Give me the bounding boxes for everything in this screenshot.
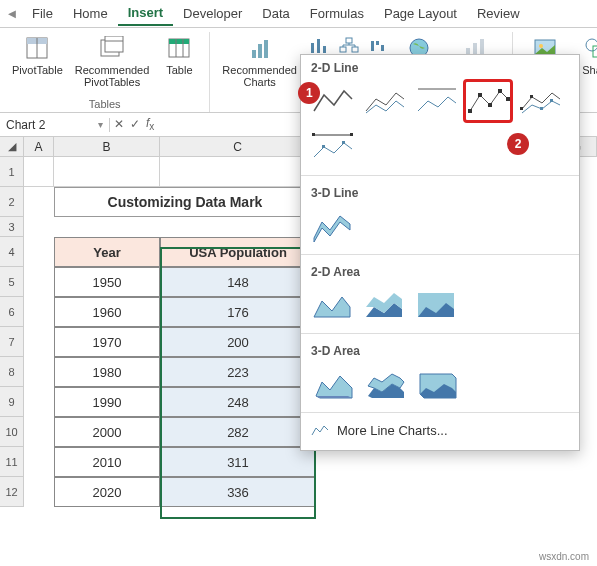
cell-year[interactable]: 2020 — [54, 477, 160, 507]
pivottable-button[interactable]: PivotTable — [6, 32, 69, 78]
svg-rect-17 — [340, 47, 346, 52]
pct-stacked-line-option[interactable] — [411, 79, 461, 123]
cell-pop[interactable]: 282 — [160, 417, 316, 447]
hierarchy-chart-icon[interactable] — [335, 34, 363, 56]
select-all[interactable]: ◢ — [0, 137, 24, 157]
pct-stacked-area-option[interactable] — [411, 283, 461, 327]
rec-charts-icon — [246, 34, 274, 62]
cell-year[interactable]: 1970 — [54, 327, 160, 357]
tab-data[interactable]: Data — [252, 2, 299, 25]
svg-rect-15 — [323, 46, 326, 53]
recommended-pivottables-button[interactable]: Recommended PivotTables — [69, 32, 156, 90]
3d-line-option[interactable] — [307, 204, 357, 248]
svg-rect-4 — [105, 36, 123, 52]
col-A[interactable]: A — [24, 137, 54, 157]
tab-file[interactable]: File — [22, 2, 63, 25]
pct-stacked-line-markers-option[interactable] — [307, 125, 357, 169]
badge-2: 2 — [507, 133, 529, 155]
svg-rect-45 — [468, 109, 472, 113]
svg-rect-11 — [258, 44, 262, 58]
cell-pop[interactable]: 176 — [160, 297, 316, 327]
tables-group-label: Tables — [89, 98, 121, 112]
fx-icon[interactable]: fx — [146, 116, 154, 132]
stacked-line-markers-option[interactable] — [515, 79, 565, 123]
section-2d-line: 2-D Line — [301, 55, 579, 77]
table-button[interactable]: Table — [155, 32, 203, 78]
svg-rect-55 — [350, 133, 353, 136]
svg-rect-48 — [498, 89, 502, 93]
cell-pop[interactable]: 148 — [160, 267, 316, 297]
line-chart-gallery: 2-D Line 2 3-D Line 2-D Area 3-D Area Mo… — [300, 54, 580, 451]
svg-rect-10 — [252, 50, 256, 58]
cell-pop[interactable]: 223 — [160, 357, 316, 387]
svg-rect-44 — [593, 46, 597, 57]
waterfall-chart-icon[interactable] — [365, 34, 393, 56]
svg-rect-18 — [352, 47, 358, 52]
stacked-line-option[interactable] — [359, 79, 409, 123]
col-B[interactable]: B — [54, 137, 160, 157]
cell-year[interactable]: 2000 — [54, 417, 160, 447]
recommended-pivot-icon — [98, 34, 126, 62]
stacked-area-option[interactable] — [359, 283, 409, 327]
col-C[interactable]: C — [160, 137, 316, 157]
cell-year[interactable]: 1950 — [54, 267, 160, 297]
svg-rect-25 — [381, 45, 384, 51]
hdr-pop[interactable]: USA Population — [160, 237, 316, 267]
shapes-label: Shap — [582, 64, 597, 76]
svg-rect-52 — [540, 107, 543, 110]
row-hdr[interactable]: 1 — [0, 157, 24, 187]
svg-rect-56 — [322, 145, 325, 148]
cell-year[interactable]: 2010 — [54, 447, 160, 477]
watermark: wsxdn.com — [539, 551, 589, 562]
svg-point-43 — [586, 39, 597, 51]
back-arrow-icon[interactable]: ◄ — [2, 6, 22, 21]
cancel-icon[interactable]: ✕ — [114, 117, 124, 131]
svg-rect-13 — [311, 43, 314, 53]
hdr-year[interactable]: Year — [54, 237, 160, 267]
recommended-charts-button[interactable]: Recommended Charts — [216, 32, 303, 90]
line-markers-option[interactable] — [463, 79, 513, 123]
svg-rect-12 — [264, 40, 268, 58]
tab-review[interactable]: Review — [467, 2, 530, 25]
svg-rect-14 — [317, 39, 320, 53]
3d-area-option[interactable] — [307, 362, 357, 406]
area-option[interactable] — [307, 283, 357, 327]
tab-home[interactable]: Home — [63, 2, 118, 25]
svg-rect-16 — [346, 38, 352, 43]
3d-stacked-area-option[interactable] — [359, 362, 409, 406]
3d-pct-stacked-area-option[interactable] — [411, 362, 461, 406]
svg-rect-51 — [530, 95, 533, 98]
svg-rect-53 — [550, 99, 553, 102]
section-2d-area: 2-D Area — [301, 259, 579, 281]
rec-pivot-label: Recommended PivotTables — [75, 64, 150, 88]
tab-formulas[interactable]: Formulas — [300, 2, 374, 25]
svg-point-42 — [539, 44, 543, 48]
more-line-charts[interactable]: More Line Charts... — [301, 417, 579, 444]
ribbon-tabs: ◄ File Home Insert Developer Data Formul… — [0, 0, 597, 28]
title-cell[interactable]: Customizing Data Mark — [54, 187, 316, 217]
column-chart-icon[interactable] — [305, 34, 333, 56]
cell-year[interactable]: 1990 — [54, 387, 160, 417]
tab-pagelayout[interactable]: Page Layout — [374, 2, 467, 25]
cell-pop[interactable]: 200 — [160, 327, 316, 357]
more-charts-icon — [311, 424, 329, 438]
tab-developer[interactable]: Developer — [173, 2, 252, 25]
enter-icon[interactable]: ✓ — [130, 117, 140, 131]
cell-pop[interactable]: 311 — [160, 447, 316, 477]
rec-charts-label: Recommended Charts — [222, 64, 297, 88]
name-box[interactable]: Chart 2 ▾ — [0, 118, 110, 132]
section-3d-line: 3-D Line — [301, 180, 579, 202]
cell-pop[interactable]: 336 — [160, 477, 316, 507]
svg-rect-23 — [371, 41, 374, 51]
shapes-icon — [581, 34, 597, 62]
tab-insert[interactable]: Insert — [118, 1, 173, 26]
svg-rect-50 — [520, 107, 523, 110]
cell-pop[interactable]: 248 — [160, 387, 316, 417]
section-3d-area: 3-D Area — [301, 338, 579, 360]
cell-year[interactable]: 1960 — [54, 297, 160, 327]
pivottable-icon — [23, 34, 51, 62]
cell-year[interactable]: 1980 — [54, 357, 160, 387]
more-label: More Line Charts... — [337, 423, 448, 438]
name-box-value: Chart 2 — [6, 118, 45, 132]
group-tables: PivotTable Recommended PivotTables Table… — [0, 32, 210, 112]
